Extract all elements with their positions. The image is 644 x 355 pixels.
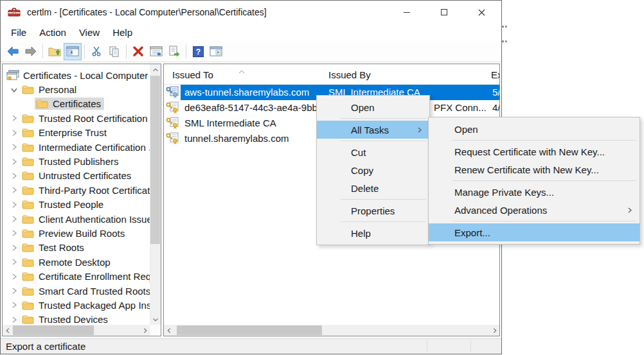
maximize-button[interactable] (425, 1, 463, 24)
folder-icon (22, 186, 35, 195)
tree-item-trusted-packaged-app-inst[interactable]: Trusted Packaged App Inst (3, 298, 150, 312)
toolbar-cut-icon[interactable] (87, 43, 105, 60)
context-menu-item-delete[interactable]: Delete (317, 179, 429, 197)
context-menu-item-properties[interactable]: Properties (317, 202, 429, 220)
console-tree-pane: Certificates - Local ComputerPersonalCer… (2, 64, 161, 336)
tree-hscroll-thumb[interactable] (13, 325, 94, 335)
tree-horizontal-scrollbar[interactable] (3, 325, 150, 336)
tree-item-third-party-root-certificat[interactable]: Third-Party Root Certificat (3, 183, 150, 197)
list-header: Issued To Issued By Ex (164, 64, 499, 85)
list-horizontal-scrollbar[interactable] (164, 325, 499, 336)
all-tasks-submenu-item-advanced-operations[interactable]: Advanced Operations (429, 201, 640, 219)
chevron-right-icon[interactable] (8, 143, 21, 152)
all-tasks-submenu-item-renew-certificate-with-new-key[interactable]: Renew Certificate with New Key... (429, 160, 640, 178)
toolbar-separator (186, 44, 186, 58)
menu-file[interactable]: File (4, 26, 33, 39)
tree-item-certificates[interactable]: Certificates (3, 97, 150, 111)
chevron-right-icon[interactable] (8, 171, 21, 180)
folder-icon (36, 99, 49, 108)
context-menu-item-all-tasks[interactable]: All Tasks (317, 121, 429, 139)
tree-item-remote-desktop[interactable]: Remote Desktop (3, 255, 150, 269)
toolbar-copy-icon[interactable] (105, 43, 123, 60)
all-tasks-submenu-item-request-certificate-with-new-key[interactable]: Request Certificate with New Key... (429, 143, 640, 160)
column-header-expiration[interactable]: Ex (491, 69, 500, 80)
tree-item-certificate-enrollment-req[interactable]: Certificate Enrollment Req (3, 269, 150, 283)
tree-item-client-authentication-issue[interactable]: Client Authentication Issue (3, 212, 150, 226)
menu-item-label: Renew Certificate with New Key... (454, 164, 599, 175)
toolbar-forward-icon[interactable] (22, 43, 40, 60)
chevron-right-icon[interactable] (8, 186, 21, 195)
chevron-right-icon[interactable] (8, 200, 21, 209)
toolbar-back-icon[interactable] (4, 43, 22, 60)
context-menu-item-copy[interactable]: Copy (317, 161, 429, 179)
tree-item-untrusted-certificates[interactable]: Untrusted Certificates (3, 169, 150, 183)
chevron-right-icon[interactable] (8, 214, 21, 223)
scroll-down-arrow-icon[interactable] (150, 315, 160, 324)
toolbar-show-console-tree-icon[interactable] (64, 43, 82, 60)
chevron-right-icon[interactable] (8, 315, 21, 324)
context-menu-item-help[interactable]: Help (317, 224, 429, 242)
all-tasks-submenu-item-export[interactable]: Export... (429, 223, 640, 241)
tree-item-trusted-publishers[interactable]: Trusted Publishers (3, 154, 150, 168)
title-bar: certlm - [Certificates - Local Computer\… (1, 1, 501, 24)
column-header-issued-by[interactable]: Issued By (328, 69, 371, 80)
close-button[interactable] (463, 1, 500, 24)
scroll-right-arrow-icon[interactable] (140, 325, 150, 335)
chevron-down-icon[interactable] (8, 85, 21, 94)
menu-item-label: Open (351, 102, 375, 113)
menu-view[interactable]: View (73, 26, 106, 39)
tree-item-preview-build-roots[interactable]: Preview Build Roots (3, 226, 150, 240)
scroll-right-arrow-icon[interactable] (490, 325, 499, 335)
folder-icon (22, 143, 35, 152)
chevron-right-icon[interactable] (8, 300, 21, 309)
chevron-right-icon[interactable] (8, 128, 21, 137)
tree-vertical-scrollbar[interactable] (150, 64, 161, 325)
tree-item-trusted-people[interactable]: Trusted People (3, 198, 150, 212)
sort-ascending-indicator-icon (238, 65, 245, 76)
context-menu-item-open[interactable]: Open (317, 98, 429, 116)
tree-item-trusted-devices[interactable]: Trusted Devices (3, 313, 150, 325)
tree-item-label: Trusted People (39, 199, 103, 210)
chevron-right-icon[interactable] (8, 257, 21, 266)
all-tasks-submenu-item-open[interactable]: Open (429, 120, 640, 138)
context-menu-item-cut[interactable]: Cut (317, 143, 429, 161)
chevron-right-icon[interactable] (8, 114, 21, 123)
menu-action[interactable]: Action (33, 26, 73, 39)
chevron-right-icon[interactable] (8, 243, 21, 252)
chevron-right-icon[interactable] (8, 272, 21, 281)
tree-item-certificates-local-computer[interactable]: Certificates - Local Computer (3, 68, 150, 82)
tree-item-intermediate-certification[interactable]: Intermediate Certification . (3, 140, 150, 154)
tree-item-label: Remote Desktop (39, 257, 111, 268)
toolbar-properties-icon[interactable] (147, 43, 165, 60)
toolbar-up-one-level-icon[interactable] (46, 43, 64, 60)
chevron-right-icon[interactable] (8, 286, 21, 295)
menu-separator (452, 180, 636, 181)
toolbar-export-list-icon[interactable] (165, 43, 183, 60)
scroll-left-arrow-icon[interactable] (164, 325, 174, 335)
tree-item-label: Third-Party Root Certificat (39, 185, 150, 196)
tree-item-enterprise-trust[interactable]: Enterprise Trust (3, 126, 150, 140)
tree-item-label: Untrusted Certificates (39, 170, 131, 181)
menu-item-label: Open (454, 124, 478, 135)
tree-item-smart-card-trusted-roots[interactable]: Smart Card Trusted Roots (3, 284, 150, 298)
all-tasks-submenu-item-manage-private-keys[interactable]: Manage Private Keys... (429, 183, 640, 201)
chevron-right-icon[interactable] (8, 229, 21, 238)
tree-item-personal[interactable]: Personal (3, 82, 150, 96)
toolbar-help-icon[interactable]: ? (189, 43, 207, 60)
tree-vscroll-thumb[interactable] (150, 76, 160, 244)
toolbar: ? (1, 41, 501, 62)
minimize-button[interactable] (388, 1, 425, 24)
scroll-up-arrow-icon[interactable] (150, 65, 160, 74)
tree-item-trusted-root-certification[interactable]: Trusted Root Certification . (3, 111, 150, 125)
menu-help[interactable]: Help (106, 26, 139, 39)
scroll-left-arrow-icon[interactable] (3, 325, 12, 335)
svg-text:?: ? (195, 47, 200, 56)
toolbar-delete-icon[interactable] (129, 43, 147, 60)
chevron-right-icon[interactable] (8, 157, 21, 166)
status-bar-separator (470, 340, 471, 352)
list-hscroll-thumb[interactable] (177, 325, 322, 335)
toolbar-show-action-pane-icon[interactable] (207, 43, 225, 60)
tree-item-test-roots[interactable]: Test Roots (3, 241, 150, 255)
tree-item-label: Enterprise Trust (39, 127, 107, 138)
column-header-issued-to[interactable]: Issued To (172, 69, 213, 80)
